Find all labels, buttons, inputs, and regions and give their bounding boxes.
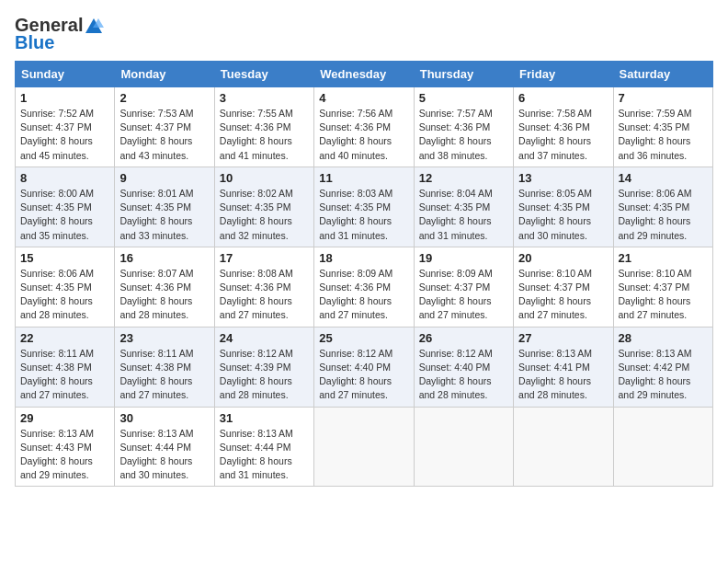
calendar-cell: 30Sunrise: 8:13 AMSunset: 4:44 PMDayligh… [115,407,214,487]
daylight-text: Daylight: 8 hours and 27 minutes. [220,295,292,320]
sunset-text: Sunset: 4:35 PM [619,201,690,213]
sunrise-text: Sunrise: 8:09 AM [319,268,392,279]
day-info: Sunrise: 7:57 AMSunset: 4:36 PMDaylight:… [419,107,508,163]
day-number: 4 [319,91,408,105]
calendar-cell: 28Sunrise: 8:13 AMSunset: 4:42 PMDayligh… [613,327,712,407]
sunrise-text: Sunrise: 8:11 AM [20,348,94,359]
day-number: 9 [119,171,209,185]
calendar-cell: 22Sunrise: 8:11 AMSunset: 4:38 PMDayligh… [16,327,115,407]
weekday-header-thursday: Thursday [414,62,513,87]
week-row-4: 22Sunrise: 8:11 AMSunset: 4:38 PMDayligh… [16,327,713,407]
calendar-cell: 15Sunrise: 8:06 AMSunset: 4:35 PMDayligh… [16,247,115,327]
calendar-cell: 14Sunrise: 8:06 AMSunset: 4:35 PMDayligh… [613,167,712,247]
day-number: 18 [319,251,408,265]
day-number: 21 [619,251,708,265]
sunset-text: Sunset: 4:35 PM [20,201,92,213]
daylight-text: Daylight: 8 hours and 27 minutes. [20,375,93,400]
sunrise-text: Sunrise: 7:59 AM [619,108,692,119]
sunset-text: Sunset: 4:35 PM [319,201,391,213]
sunset-text: Sunset: 4:36 PM [119,282,191,293]
day-number: 6 [518,91,608,105]
sunrise-text: Sunrise: 8:00 AM [20,188,94,199]
day-info: Sunrise: 8:07 AMSunset: 4:36 PMDaylight:… [119,267,209,323]
daylight-text: Daylight: 8 hours and 28 minutes. [518,375,591,400]
day-number: 11 [319,171,408,185]
calendar-cell: 3Sunrise: 7:55 AMSunset: 4:36 PMDaylight… [214,87,313,167]
daylight-text: Daylight: 8 hours and 27 minutes. [319,375,392,400]
day-number: 19 [419,251,508,265]
sunset-text: Sunset: 4:35 PM [20,282,92,293]
day-number: 22 [20,331,109,345]
sunrise-text: Sunrise: 8:10 AM [518,268,592,279]
calendar-cell: 10Sunrise: 8:02 AMSunset: 4:35 PMDayligh… [214,167,313,247]
day-number: 13 [518,171,608,185]
sunrise-text: Sunrise: 8:13 AM [220,428,293,439]
sunset-text: Sunset: 4:36 PM [220,121,291,132]
calendar-cell: 23Sunrise: 8:11 AMSunset: 4:38 PMDayligh… [115,327,214,407]
sunset-text: Sunset: 4:37 PM [20,121,92,132]
day-info: Sunrise: 8:03 AMSunset: 4:35 PMDaylight:… [319,187,408,243]
sunrise-text: Sunrise: 8:05 AM [518,188,592,199]
day-info: Sunrise: 8:13 AMSunset: 4:44 PMDaylight:… [220,427,309,483]
day-info: Sunrise: 8:11 AMSunset: 4:38 PMDaylight:… [119,347,209,403]
sunset-text: Sunset: 4:35 PM [119,201,191,213]
daylight-text: Daylight: 8 hours and 29 minutes. [20,455,93,480]
day-info: Sunrise: 8:06 AMSunset: 4:35 PMDaylight:… [20,267,109,323]
daylight-text: Daylight: 8 hours and 33 minutes. [119,215,192,240]
sunset-text: Sunset: 4:35 PM [518,201,590,213]
sunset-text: Sunset: 4:37 PM [619,282,690,293]
sunset-text: Sunset: 4:35 PM [220,201,291,213]
daylight-text: Daylight: 8 hours and 38 minutes. [419,135,492,160]
daylight-text: Daylight: 8 hours and 28 minutes. [20,295,93,320]
sunset-text: Sunset: 4:35 PM [419,201,491,213]
day-info: Sunrise: 7:59 AMSunset: 4:35 PMDaylight:… [619,107,708,163]
day-info: Sunrise: 8:05 AMSunset: 4:35 PMDaylight:… [518,187,608,243]
weekday-header-wednesday: Wednesday [314,62,414,87]
day-number: 30 [119,411,209,425]
day-info: Sunrise: 8:10 AMSunset: 4:37 PMDaylight:… [518,267,608,323]
day-info: Sunrise: 7:53 AMSunset: 4:37 PMDaylight:… [119,107,209,163]
calendar-cell: 13Sunrise: 8:05 AMSunset: 4:35 PMDayligh… [514,167,613,247]
day-info: Sunrise: 8:12 AMSunset: 4:40 PMDaylight:… [419,347,508,403]
logo: General Blue [15,15,105,53]
sunrise-text: Sunrise: 8:06 AM [20,268,94,279]
calendar-cell: 18Sunrise: 8:09 AMSunset: 4:36 PMDayligh… [314,247,414,327]
day-number: 5 [419,91,508,105]
sunrise-text: Sunrise: 7:55 AM [220,108,293,119]
sunset-text: Sunset: 4:36 PM [220,282,291,293]
day-info: Sunrise: 8:12 AMSunset: 4:40 PMDaylight:… [319,347,408,403]
sunrise-text: Sunrise: 8:01 AM [119,188,193,199]
daylight-text: Daylight: 8 hours and 28 minutes. [119,295,192,320]
daylight-text: Daylight: 8 hours and 32 minutes. [220,215,292,240]
sunset-text: Sunset: 4:36 PM [319,282,391,293]
calendar-cell: 16Sunrise: 8:07 AMSunset: 4:36 PMDayligh… [115,247,214,327]
daylight-text: Daylight: 8 hours and 40 minutes. [319,135,392,160]
day-info: Sunrise: 8:06 AMSunset: 4:35 PMDaylight:… [619,187,708,243]
weekday-header-saturday: Saturday [613,62,712,87]
sunset-text: Sunset: 4:38 PM [119,362,191,373]
day-info: Sunrise: 8:08 AMSunset: 4:36 PMDaylight:… [220,267,309,323]
daylight-text: Daylight: 8 hours and 29 minutes. [619,375,691,400]
day-info: Sunrise: 7:55 AMSunset: 4:36 PMDaylight:… [220,107,309,163]
calendar-cell: 1Sunrise: 7:52 AMSunset: 4:37 PMDaylight… [16,87,115,167]
sunset-text: Sunset: 4:43 PM [20,442,92,453]
daylight-text: Daylight: 8 hours and 31 minutes. [220,455,292,480]
day-info: Sunrise: 8:04 AMSunset: 4:35 PMDaylight:… [419,187,508,243]
sunrise-text: Sunrise: 8:08 AM [220,268,293,279]
calendar-cell [613,407,712,487]
day-number: 27 [518,331,608,345]
sunrise-text: Sunrise: 8:13 AM [119,428,193,439]
sunset-text: Sunset: 4:37 PM [419,282,491,293]
sunrise-text: Sunrise: 8:07 AM [119,268,193,279]
page-header: General Blue [15,15,713,53]
sunrise-text: Sunrise: 8:11 AM [119,348,193,359]
calendar-cell: 8Sunrise: 8:00 AMSunset: 4:35 PMDaylight… [16,167,115,247]
daylight-text: Daylight: 8 hours and 35 minutes. [20,215,93,240]
calendar-cell: 29Sunrise: 8:13 AMSunset: 4:43 PMDayligh… [16,407,115,487]
sunrise-text: Sunrise: 8:12 AM [319,348,392,359]
sunset-text: Sunset: 4:40 PM [319,362,391,373]
logo-blue-text: Blue [15,32,54,53]
day-info: Sunrise: 7:52 AMSunset: 4:37 PMDaylight:… [20,107,109,163]
calendar-cell [514,407,613,487]
calendar-cell: 7Sunrise: 7:59 AMSunset: 4:35 PMDaylight… [613,87,712,167]
